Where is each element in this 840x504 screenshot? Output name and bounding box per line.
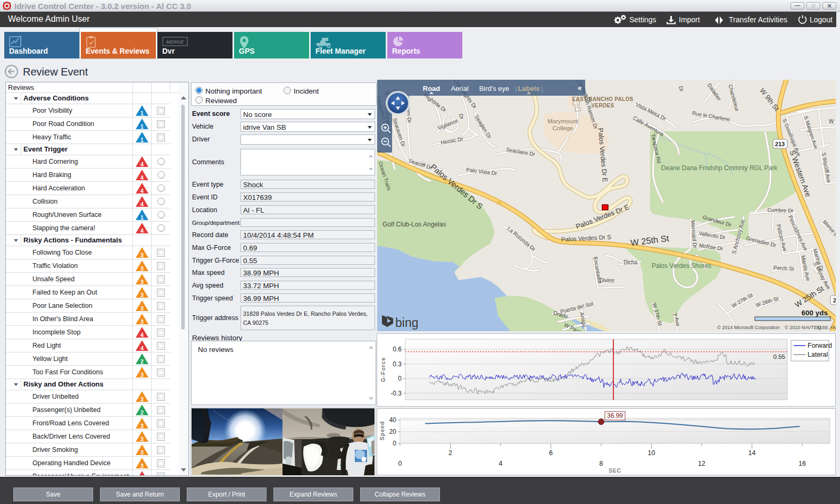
svg-text:VERDES: VERDES	[592, 103, 614, 108]
svg-text:12: 12	[698, 460, 705, 467]
svg-text:Road: Road	[423, 85, 440, 93]
svg-text:213: 213	[775, 141, 785, 147]
svg-text:Golf Club-Los Angelas: Golf Club-Los Angelas	[382, 221, 446, 228]
svg-text:0: 0	[393, 440, 396, 447]
svg-text:SEC: SEC	[609, 467, 621, 474]
svg-text:MERGE: MERGE	[166, 39, 184, 45]
svg-text:Cumbre Dr: Cumbre Dr	[767, 207, 794, 214]
svg-text:0.55: 0.55	[774, 354, 785, 360]
svg-text:8: 8	[600, 460, 603, 467]
svg-text:20: 20	[389, 428, 397, 435]
svg-text:16: 16	[799, 460, 806, 467]
svg-text:Speed: Speed	[379, 421, 385, 441]
svg-text:Lateral: Lateral	[808, 351, 828, 358]
svg-text:G-Force: G-Force	[380, 357, 386, 382]
svg-text:Dicha: Dicha	[623, 259, 637, 265]
svg-text:2: 2	[833, 297, 836, 304]
svg-text:Bird's eye: Bird's eye	[479, 85, 510, 93]
svg-text:W 10t: W 10t	[829, 119, 836, 124]
svg-text:bing: bing	[395, 316, 418, 330]
svg-text:|: |	[515, 85, 517, 93]
svg-text:14: 14	[748, 449, 756, 457]
svg-text:© 2010 NAVTEQ: © 2010 NAVTEQ	[785, 325, 821, 330]
svg-text:EAST RANCHO PALOS: EAST RANCHO PALOS	[572, 96, 634, 102]
svg-text:College: College	[553, 125, 573, 131]
svg-text:Palos Verdes Shores: Palos Verdes Shores	[652, 262, 711, 270]
svg-text:© AND#169; AND: © AND#169; AND	[817, 325, 836, 330]
svg-text:36.99: 36.99	[607, 412, 623, 419]
svg-text:Perch St: Perch St	[774, 265, 794, 272]
svg-text:Deane Dana Frndshp Cmmnty RGL: Deane Dana Frndshp Cmmnty RGL Park	[661, 164, 778, 172]
svg-text:Aerial: Aerial	[451, 85, 468, 93]
svg-text:2: 2	[448, 449, 452, 457]
svg-text:600 yds: 600 yds	[801, 309, 828, 317]
svg-text:Divino: Divino	[600, 278, 614, 283]
svg-text:Marymount: Marymount	[547, 118, 578, 124]
svg-text:0.6: 0.6	[393, 346, 402, 353]
svg-text:0: 0	[398, 375, 402, 382]
svg-text:0.3: 0.3	[393, 360, 402, 368]
svg-text:Forward: Forward	[808, 342, 832, 349]
svg-text:Labels: Labels	[518, 85, 539, 93]
svg-text:© 2014 Microsoft Corporation: © 2014 Microsoft Corporation	[717, 325, 780, 330]
svg-text:«: «	[578, 83, 582, 92]
svg-text:6: 6	[549, 449, 553, 457]
svg-text:-0.3: -0.3	[390, 390, 402, 397]
svg-text:0: 0	[398, 460, 402, 467]
svg-text:|: |	[541, 85, 543, 93]
svg-text:4: 4	[499, 460, 503, 467]
svg-text:10: 10	[648, 449, 655, 457]
svg-text:40: 40	[389, 416, 397, 424]
